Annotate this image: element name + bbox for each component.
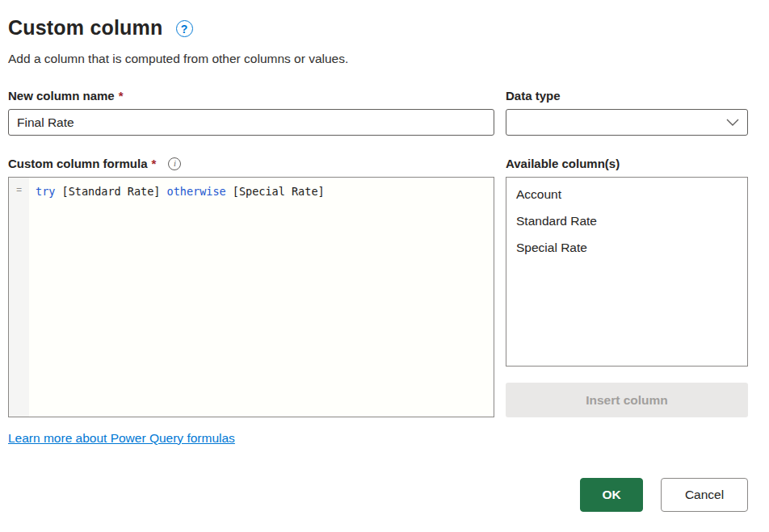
equals-symbol: = bbox=[16, 185, 22, 196]
formula-label: Custom column formula bbox=[8, 157, 148, 170]
help-icon[interactable]: ? bbox=[176, 20, 193, 37]
data-type-label: Data type bbox=[506, 89, 561, 103]
ok-button[interactable]: OK bbox=[580, 478, 643, 512]
list-item[interactable]: Special Rate bbox=[506, 235, 747, 262]
right-column: Data type Available column(s) AccountSta… bbox=[506, 88, 748, 446]
available-columns-label: Available column(s) bbox=[506, 157, 620, 170]
data-type-label-row: Data type bbox=[506, 88, 748, 103]
cancel-button[interactable]: Cancel bbox=[661, 478, 748, 512]
code-token-plain: [Special Rate] bbox=[226, 185, 325, 198]
required-asterisk: * bbox=[119, 89, 124, 103]
footer-buttons: OK Cancel bbox=[580, 478, 748, 512]
new-column-name-label-row: New column name * bbox=[8, 88, 494, 103]
list-item[interactable]: Account bbox=[506, 182, 747, 208]
code-token-plain: [Standard Rate] bbox=[55, 185, 166, 198]
dialog-subtitle: Add a column that is computed from other… bbox=[8, 52, 748, 66]
custom-column-dialog: Custom column ? Add a column that is com… bbox=[0, 0, 769, 532]
dialog-body: New column name * Custom column formula … bbox=[8, 88, 748, 446]
code-token-keyword: try bbox=[36, 185, 55, 198]
available-columns-label-row: Available column(s) bbox=[506, 156, 748, 171]
list-item[interactable]: Standard Rate bbox=[506, 208, 747, 235]
formula-code-area[interactable]: try [Standard Rate] otherwise [Special R… bbox=[29, 178, 494, 417]
learn-more-link[interactable]: Learn more about Power Query formulas bbox=[8, 431, 235, 446]
page-title: Custom column bbox=[8, 16, 163, 40]
data-type-dropdown[interactable] bbox=[506, 109, 748, 136]
formula-label-row: Custom column formula * i bbox=[8, 156, 494, 171]
insert-column-button[interactable]: Insert column bbox=[506, 383, 748, 417]
new-column-name-label: New column name bbox=[8, 89, 115, 103]
formula-gutter: = bbox=[9, 178, 29, 417]
chevron-down-icon bbox=[726, 119, 739, 126]
formula-code-line: try [Standard Rate] otherwise [Special R… bbox=[36, 183, 487, 199]
title-row: Custom column ? bbox=[8, 16, 748, 40]
available-columns-list[interactable]: AccountStandard RateSpecial Rate bbox=[506, 177, 748, 367]
left-column: New column name * Custom column formula … bbox=[8, 88, 494, 446]
required-asterisk: * bbox=[152, 157, 157, 170]
code-token-keyword: otherwise bbox=[167, 185, 226, 198]
formula-editor[interactable]: = try [Standard Rate] otherwise [Special… bbox=[8, 177, 494, 417]
new-column-name-input[interactable] bbox=[8, 109, 494, 136]
info-icon[interactable]: i bbox=[168, 157, 181, 170]
